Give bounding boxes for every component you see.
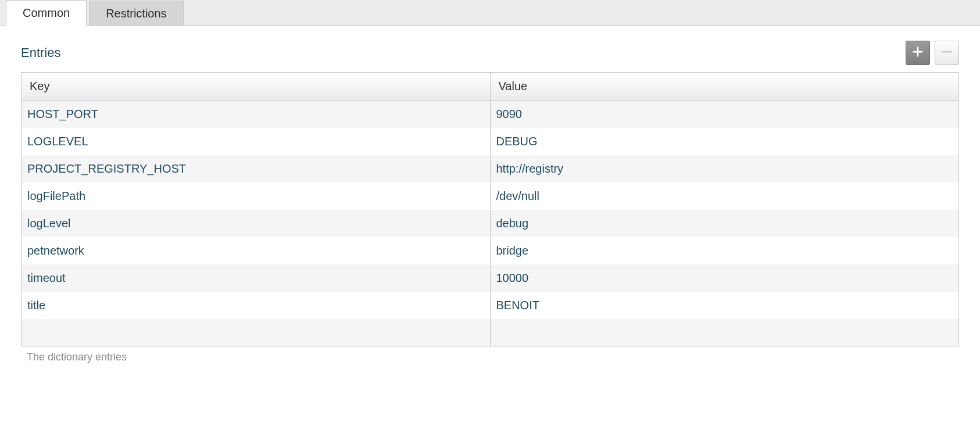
content-area: Entries Key Value [0, 26, 980, 369]
table-row-empty[interactable] [22, 319, 959, 346]
cell-value[interactable]: DEBUG [490, 128, 959, 155]
cell-empty [22, 319, 491, 346]
add-entry-button[interactable] [906, 41, 930, 65]
tab-common[interactable]: Common [6, 0, 87, 26]
tab-restrictions[interactable]: Restrictions [89, 1, 183, 26]
cell-empty [490, 319, 959, 346]
cell-value[interactable]: 10000 [490, 264, 959, 292]
tab-bar: Common Restrictions [0, 0, 980, 26]
cell-value[interactable]: bridge [490, 237, 959, 264]
entries-table: Key Value HOST_PORT9090LOGLEVELDEBUGPROJ… [21, 72, 959, 346]
cell-value[interactable]: 9090 [490, 101, 959, 128]
cell-value[interactable]: http://registry [490, 155, 959, 183]
table-row[interactable]: petnetworkbridge [22, 237, 959, 264]
table-row[interactable]: timeout10000 [22, 264, 959, 292]
tab-common-label: Common [23, 6, 70, 19]
section-caption: The dictionary entries [27, 351, 959, 363]
column-header-value[interactable]: Value [490, 73, 959, 101]
table-row[interactable]: logFilePath/dev/null [22, 183, 959, 210]
cell-key[interactable]: HOST_PORT [22, 101, 491, 128]
cell-key[interactable]: logLevel [22, 210, 491, 237]
minus-icon [940, 45, 953, 61]
section-buttons [906, 41, 959, 65]
cell-value[interactable]: /dev/null [490, 183, 959, 210]
cell-value[interactable]: debug [490, 210, 959, 237]
cell-key[interactable]: PROJECT_REGISTRY_HOST [22, 155, 491, 183]
cell-value[interactable]: BENOIT [490, 292, 959, 319]
section-title: Entries [21, 45, 60, 60]
cell-key[interactable]: title [22, 292, 491, 319]
table-header-row: Key Value [22, 73, 959, 101]
cell-key[interactable]: petnetwork [22, 237, 491, 264]
section-header: Entries [21, 41, 959, 65]
cell-key[interactable]: logFilePath [22, 183, 491, 210]
table-row[interactable]: LOGLEVELDEBUG [22, 128, 959, 155]
cell-key[interactable]: LOGLEVEL [22, 128, 491, 155]
table-row[interactable]: HOST_PORT9090 [22, 101, 959, 128]
column-header-key[interactable]: Key [22, 73, 491, 101]
plus-icon [911, 45, 924, 61]
table-row[interactable]: titleBENOIT [22, 292, 959, 319]
cell-key[interactable]: timeout [22, 264, 491, 292]
table-row[interactable]: logLeveldebug [22, 210, 959, 237]
page-root: Common Restrictions Entries [0, 0, 980, 369]
remove-entry-button[interactable] [935, 41, 959, 65]
table-row[interactable]: PROJECT_REGISTRY_HOSThttp://registry [22, 155, 959, 183]
tab-restrictions-label: Restrictions [106, 7, 166, 20]
